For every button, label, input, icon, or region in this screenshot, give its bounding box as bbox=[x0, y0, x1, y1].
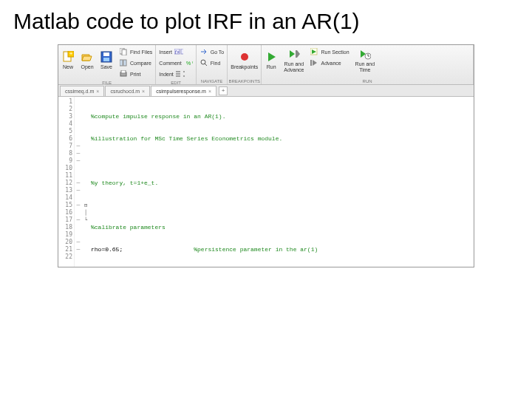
goto-label: Go To bbox=[211, 50, 225, 55]
svg-rect-14 bbox=[181, 49, 183, 54]
svg-marker-25 bbox=[297, 50, 300, 58]
svg-line-20 bbox=[205, 64, 207, 66]
toolbar-group-file: + New Open Save bbox=[58, 45, 156, 84]
insert-button[interactable]: Insert ƒx bbox=[157, 47, 194, 57]
svg-rect-7 bbox=[122, 50, 126, 55]
save-button[interactable]: Save bbox=[97, 45, 116, 75]
run-time-label: Run and Time bbox=[355, 61, 375, 72]
breakpoints-label: Breakpoints bbox=[231, 64, 258, 70]
comment-label: Comment bbox=[159, 61, 181, 66]
indent-button[interactable]: Indent bbox=[157, 69, 194, 79]
indent-icon bbox=[176, 69, 185, 78]
run-time-icon bbox=[358, 47, 372, 61]
insert-icon: ƒx bbox=[174, 47, 183, 56]
print-icon bbox=[119, 69, 128, 78]
svg-point-21 bbox=[241, 53, 248, 61]
indent-label: Indent bbox=[159, 72, 173, 77]
breakpoints-button[interactable]: Breakpoints bbox=[228, 45, 261, 75]
file-tab-3-label: csimpulseresponse.m bbox=[156, 89, 206, 94]
runsection-button[interactable]: Run Section bbox=[308, 47, 350, 57]
svg-rect-24 bbox=[296, 50, 297, 58]
toolbar-group-navigate: Go To Find NAVIGATE bbox=[197, 45, 228, 84]
add-tab-button[interactable]: + bbox=[219, 86, 228, 95]
comment-icon: %%⇄ bbox=[184, 58, 193, 67]
run-icon bbox=[265, 50, 278, 64]
svg-rect-8 bbox=[120, 60, 123, 66]
find-icon bbox=[200, 58, 208, 67]
svg-rect-4 bbox=[103, 52, 109, 56]
open-label: Open bbox=[81, 64, 93, 70]
compare-icon bbox=[119, 58, 128, 67]
svg-text:ƒx: ƒx bbox=[174, 50, 179, 54]
code-editor[interactable]: 12345678910111213141516171819202122 ––––… bbox=[58, 97, 474, 267]
svg-rect-5 bbox=[103, 58, 109, 61]
insert-label: Insert bbox=[159, 50, 172, 55]
group-label-navigate: NAVIGATE bbox=[197, 79, 228, 84]
svg-marker-22 bbox=[268, 52, 276, 61]
file-tab-1[interactable]: cssimeq.d.m× bbox=[60, 86, 104, 96]
file-tab-2[interactable]: csruchocd.m× bbox=[105, 86, 150, 96]
goto-icon bbox=[200, 47, 208, 56]
svg-rect-28 bbox=[310, 60, 312, 66]
fold-gutter: ⊟│└ bbox=[82, 97, 89, 267]
open-icon bbox=[81, 50, 94, 64]
new-button[interactable]: + New bbox=[58, 45, 78, 75]
find-label: Find bbox=[211, 61, 221, 66]
toolbar-ribbon: + New Open Save bbox=[58, 45, 474, 85]
compare-button[interactable]: Compare bbox=[117, 58, 154, 68]
comment-button[interactable]: Comment %%⇄ bbox=[157, 58, 194, 68]
svg-text:%: % bbox=[186, 61, 191, 66]
run-time-button[interactable]: Run and Time bbox=[352, 45, 378, 75]
close-icon[interactable]: × bbox=[142, 89, 145, 94]
svg-marker-23 bbox=[290, 50, 295, 58]
print-label: Print bbox=[130, 72, 140, 77]
svg-rect-11 bbox=[121, 70, 126, 73]
compare-label: Compare bbox=[130, 61, 151, 66]
breakpoints-icon bbox=[238, 50, 251, 64]
run-advance-icon bbox=[287, 47, 301, 61]
new-icon: + bbox=[61, 50, 75, 64]
close-icon[interactable]: × bbox=[208, 89, 211, 94]
save-label: Save bbox=[100, 64, 112, 70]
open-button[interactable]: Open bbox=[78, 45, 97, 75]
executable-line-gutter: ––––––––– bbox=[75, 97, 82, 267]
svg-text:%: % bbox=[192, 61, 193, 66]
findfiles-button[interactable]: Find Files bbox=[117, 47, 154, 57]
new-label: New bbox=[63, 64, 73, 70]
runsection-icon bbox=[310, 47, 318, 56]
group-label-run: RUN bbox=[262, 79, 473, 84]
code-text[interactable]: %compute impulse response in an AR(1). %… bbox=[89, 97, 474, 267]
goto-button[interactable]: Go To bbox=[198, 47, 226, 57]
advance-label: Advance bbox=[321, 61, 341, 66]
save-icon bbox=[100, 50, 113, 64]
group-label-breakpoints: BREAKPOINTS bbox=[228, 79, 261, 84]
file-tab-3[interactable]: csimpulseresponse.m× bbox=[151, 86, 216, 96]
advance-button[interactable]: Advance bbox=[308, 58, 350, 68]
find-button[interactable]: Find bbox=[198, 58, 226, 68]
advance-icon bbox=[310, 58, 318, 67]
findfiles-icon bbox=[119, 47, 128, 56]
run-button[interactable]: Run bbox=[262, 45, 281, 75]
findfiles-label: Find Files bbox=[130, 50, 152, 55]
toolbar-group-breakpoints: Breakpoints BREAKPOINTS bbox=[228, 45, 262, 84]
toolbar-group-run: Run Run and Advance Run Section Ad bbox=[262, 45, 474, 84]
print-button[interactable]: Print bbox=[117, 69, 154, 79]
run-advance-label: Run and Advance bbox=[284, 61, 304, 72]
file-tab-1-label: cssimeq.d.m bbox=[65, 89, 94, 94]
svg-text:+: + bbox=[69, 51, 73, 57]
run-advance-button[interactable]: Run and Advance bbox=[281, 45, 307, 75]
toolbar-group-edit: Insert ƒx Comment %%⇄ Indent EDIT bbox=[156, 45, 196, 84]
close-icon[interactable]: × bbox=[96, 89, 99, 94]
file-tab-2-label: csruchocd.m bbox=[110, 89, 140, 94]
matlab-editor-window: + New Open Save bbox=[58, 44, 474, 267]
line-number-gutter: 12345678910111213141516171819202122 bbox=[58, 97, 75, 267]
runsection-label: Run Section bbox=[321, 50, 349, 55]
svg-rect-9 bbox=[123, 60, 126, 66]
svg-marker-29 bbox=[313, 60, 317, 66]
run-label: Run bbox=[267, 64, 276, 70]
slide-title: Matlab code to plot IRF in an AR(1) bbox=[13, 9, 519, 34]
file-tabstrip: cssimeq.d.m× csruchocd.m× csimpulserespo… bbox=[58, 85, 474, 97]
